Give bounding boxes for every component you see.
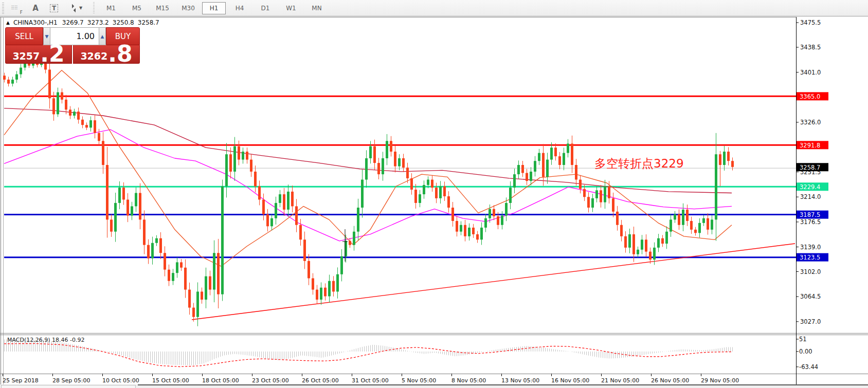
- price-tick-3251.5: 3251.5: [800, 169, 821, 176]
- ask-price-panel[interactable]: 3262 .8: [73, 45, 140, 64]
- date-tick: 13 Nov 05:00: [501, 377, 539, 384]
- price-badge-3365.0: 3365.0: [800, 93, 820, 100]
- macd-indicator-label: MACD(12,26,9) 18.46 -0.92: [7, 337, 85, 343]
- date-tick: 5 Nov 05:00: [402, 377, 436, 384]
- price-badge-3187.5: 3187.5: [800, 211, 820, 218]
- triangle-up-icon: ▲: [6, 20, 10, 25]
- volume-increase-button[interactable]: ▲: [99, 27, 106, 45]
- ohlc-close: 3258.7: [138, 19, 159, 26]
- price-badge-3291.8: 3291.8: [800, 142, 820, 149]
- date-tick: 15 Oct 05:00: [152, 377, 189, 384]
- chart-symbol-header: ▲ CHINA300-,H1 3269.7 3273.2 3250.8 3258…: [6, 19, 159, 26]
- price-badge-3229.4: 3229.4: [800, 183, 820, 191]
- chart-text-annotation[interactable]: 多空转折点3229: [594, 156, 684, 172]
- bottom-panel-tab[interactable]: [1, 385, 136, 388]
- price-tick-3438.5: 3438.5: [800, 44, 821, 51]
- bottom-panel-edge: [0, 384, 868, 388]
- bottom-panel-border: [138, 384, 868, 385]
- ask-integer: 3262: [80, 49, 107, 63]
- date-tick: 23 Oct 05:00: [252, 377, 289, 384]
- one-click-trading-widget: SELL ▼ ▲ BUY 3257 .2 3262 .8: [5, 27, 140, 64]
- price-badge-3123.5: 3123.5: [800, 254, 820, 261]
- ask-decimal: .8: [108, 45, 132, 63]
- price-tick-3326.0: 3326.0: [800, 119, 821, 126]
- macd-tick-51: 51: [799, 336, 807, 343]
- price-tick-3027.0: 3027.0: [800, 318, 821, 325]
- date-tick: 8 Nov 05:00: [451, 377, 486, 384]
- price-tick-3176.5: 3176.5: [800, 218, 821, 226]
- bid-decimal: .2: [40, 45, 64, 63]
- macd-tick-0.00: 0.00: [799, 348, 812, 355]
- date-tick: 26 Oct 05:00: [302, 377, 339, 384]
- sell-button[interactable]: SELL: [5, 27, 43, 45]
- price-tick-3064.5: 3064.5: [800, 293, 821, 300]
- price-tick-3475.5: 3475.5: [800, 19, 821, 26]
- ohlc-open: 3269.7: [62, 19, 84, 26]
- date-tick: 28 Sep 05:00: [52, 377, 90, 384]
- bid-price-panel[interactable]: 3257 .2: [5, 45, 72, 64]
- price-tick-3214.0: 3214.0: [800, 193, 821, 200]
- date-tick: 18 Oct 05:00: [202, 377, 239, 384]
- date-tick: 26 Nov 05:00: [651, 377, 689, 384]
- date-tick: 10 Oct 05:00: [102, 377, 139, 384]
- date-tick: 31 Oct 05:00: [352, 377, 389, 384]
- macd-tick--63.44: -63.44: [799, 363, 818, 371]
- symbol-name: CHINA300-,H1: [13, 19, 58, 26]
- date-tick: 29 Nov 05:00: [701, 377, 739, 384]
- price-tick-3401.0: 3401.0: [800, 69, 821, 76]
- date-tick: 25 Sep 2018: [3, 377, 39, 384]
- date-tick: 21 Nov 05:00: [601, 377, 639, 384]
- bid-integer: 3257: [12, 49, 40, 63]
- price-tick-3139.0: 3139.0: [800, 244, 821, 251]
- ohlc-high: 3273.2: [87, 19, 109, 26]
- date-tick: 16 Nov 05:00: [551, 377, 589, 384]
- price-tick-3102.0: 3102.0: [800, 268, 821, 275]
- ohlc-low: 3250.8: [113, 19, 134, 26]
